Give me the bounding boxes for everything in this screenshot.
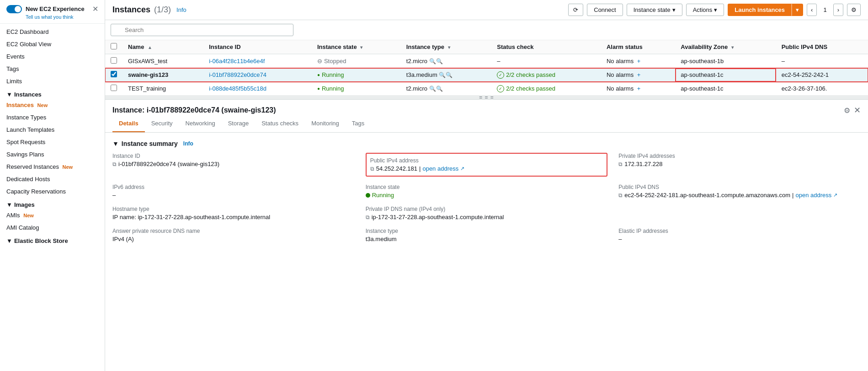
public-ipv4-dns-column-header[interactable]: Public IPv4 DNS xyxy=(776,40,868,54)
row-instance-id-cell-3: i-088de485f5b55c18d xyxy=(203,82,312,96)
instance-state-button[interactable]: Instance state ▾ xyxy=(627,4,682,16)
alarm-status-column-header[interactable]: Alarm status xyxy=(601,40,675,54)
pagination-prev-button[interactable]: ‹ xyxy=(807,4,817,16)
row-instance-id-cell-selected: i-01bf788922e0dce74 xyxy=(203,68,312,82)
running-status: Running xyxy=(317,71,395,78)
launch-instances-split-button[interactable]: ▾ xyxy=(792,4,803,16)
row-dns-cell-selected: ec2-54-252-242-1 xyxy=(776,68,868,82)
zoom-icon-3: 🔍🔍 xyxy=(429,86,443,92)
section-arrow-icon: ▼ xyxy=(6,91,12,98)
instance-id-value: ⧉ i-01bf788922e0dce74 (swaine-gis123) xyxy=(112,161,355,167)
sidebar-item-ec2-global-view[interactable]: EC2 Global View xyxy=(0,38,105,50)
open-address-link[interactable]: open address xyxy=(422,165,458,172)
sidebar-item-tags[interactable]: Tags xyxy=(0,63,105,75)
launch-instances-button[interactable]: Launch instances xyxy=(728,4,792,16)
detail-header: Instance: i-01bf788922e0dce74 (swaine-gi… xyxy=(105,100,868,115)
table-row[interactable]: GISxAWS_test i-06a4f28c11b4e6e4f Stopped… xyxy=(105,54,868,68)
add-alarm-icon-2[interactable]: + xyxy=(637,71,641,78)
settings-button[interactable]: ⚙ xyxy=(847,4,861,16)
sidebar-item-ec2-dashboard[interactable]: EC2 Dashboard xyxy=(0,26,105,38)
sidebar-close-button[interactable]: ✕ xyxy=(92,5,98,13)
sidebar-item-spot-requests[interactable]: Spot Requests xyxy=(0,136,105,148)
sidebar-subtitle[interactable]: Tell us what you think xyxy=(26,14,98,20)
name-column-header[interactable]: Name ▲ xyxy=(122,40,203,54)
copy-instance-id-icon[interactable]: ⧉ xyxy=(112,161,117,167)
section-info-link[interactable]: Info xyxy=(183,140,193,147)
instance-id-text: i-01bf788922e0dce74 (swaine-gis123) xyxy=(118,161,219,167)
copy-private-dns-icon[interactable]: ⧉ xyxy=(366,214,370,220)
sidebar-item-limits[interactable]: Limits xyxy=(0,75,105,87)
copy-dns-icon[interactable]: ⧉ xyxy=(618,192,623,199)
connect-button[interactable]: Connect xyxy=(587,4,623,16)
add-alarm-icon[interactable]: + xyxy=(637,58,641,65)
detail-close-button[interactable]: ✕ xyxy=(854,105,861,115)
selected-instance-id-link[interactable]: i-01bf788922e0dce74 xyxy=(209,71,266,78)
instance-id-link[interactable]: i-06a4f28c11b4e6e4f xyxy=(209,58,265,65)
row-checkbox-3[interactable] xyxy=(111,85,117,91)
launch-button-group: Launch instances ▾ xyxy=(728,4,803,16)
dns-open-address-link[interactable]: open address xyxy=(795,192,831,199)
copy-private-ip-icon[interactable]: ⧉ xyxy=(618,161,623,167)
tab-networking[interactable]: Networking xyxy=(179,115,222,132)
name-sort-icon: ▲ xyxy=(148,45,152,50)
tab-storage[interactable]: Storage xyxy=(222,115,256,132)
az-column-header[interactable]: Availability Zone ▾ xyxy=(675,40,776,54)
tab-monitoring[interactable]: Monitoring xyxy=(305,115,346,132)
tab-tags[interactable]: Tags xyxy=(346,115,371,132)
page-title: Instances xyxy=(112,5,150,15)
table-row[interactable]: swaine-gis123 i-01bf788922e0dce74 Runnin… xyxy=(105,68,868,82)
row-az-cell-selected: ap-southeast-1c xyxy=(675,68,776,82)
copy-ipv4-icon[interactable]: ⧉ xyxy=(370,166,374,172)
sidebar-item-launch-templates[interactable]: Launch Templates xyxy=(0,124,105,136)
select-all-checkbox[interactable] xyxy=(111,43,117,49)
private-dns-text: ip-172-31-27-228.ap-southeast-1.compute.… xyxy=(372,214,504,220)
sidebar-item-instances[interactable]: Instances New xyxy=(0,99,105,111)
check-passed-3: 2/2 checks passed xyxy=(497,85,596,92)
row-checkbox-selected[interactable] xyxy=(111,71,117,77)
status-check-column-header[interactable]: Status check xyxy=(491,40,601,54)
table-row[interactable]: TEST_training i-088de485f5b55c18d Runnin… xyxy=(105,82,868,96)
pagination-next-button[interactable]: › xyxy=(833,4,843,16)
sidebar-item-ami-catalog[interactable]: AMI Catalog xyxy=(0,221,105,234)
tab-security[interactable]: Security xyxy=(145,115,179,132)
sidebar-item-dedicated-hosts[interactable]: Dedicated Hosts xyxy=(0,173,105,185)
instance-type-column-header[interactable]: Instance type ▾ xyxy=(401,40,491,54)
tab-details[interactable]: Details xyxy=(112,115,145,132)
section-instances-label: Instances xyxy=(14,91,42,98)
instance-id-column-header[interactable]: Instance ID xyxy=(203,40,312,54)
row-type-cell-3: t2.micro 🔍🔍 xyxy=(401,82,491,96)
instance-id-label: Instance ID xyxy=(112,153,355,159)
empty-field-1 xyxy=(618,206,861,220)
info-link[interactable]: Info xyxy=(176,6,186,13)
hostname-type-value: IP name: ip-172-31-27-228.ap-southeast-1… xyxy=(112,214,355,220)
hostname-type-field: Hostname type IP name: ip-172-31-27-228.… xyxy=(112,206,355,220)
sidebar-item-instance-types[interactable]: Instance Types xyxy=(0,111,105,124)
tab-status-checks[interactable]: Status checks xyxy=(255,115,305,132)
sidebar-item-amis[interactable]: AMIs New xyxy=(0,209,105,221)
private-ipv4-field: Private IPv4 addresses ⧉ 172.31.27.228 xyxy=(618,153,861,177)
launch-split-chevron-icon: ▾ xyxy=(796,6,799,13)
search-input[interactable] xyxy=(111,24,293,36)
row-checkbox[interactable] xyxy=(111,57,117,64)
section-images-label: Images xyxy=(14,201,35,208)
detail-settings-button[interactable]: ⚙ xyxy=(844,106,850,115)
add-alarm-icon-3[interactable]: + xyxy=(637,85,641,92)
instance-id-link-3[interactable]: i-088de485f5b55c18d xyxy=(209,85,266,92)
resize-handle[interactable]: = = = xyxy=(105,96,868,99)
instance-state-field: Instance state Running xyxy=(366,184,608,199)
row-status-check-cell: – xyxy=(491,54,601,68)
actions-button[interactable]: Actions ▾ xyxy=(686,4,724,16)
public-ipv4-address: 54.252.242.181 xyxy=(376,165,417,172)
sidebar-item-capacity-reservations[interactable]: Capacity Reservations xyxy=(0,185,105,198)
refresh-button[interactable]: ⟳ xyxy=(568,4,583,16)
pagination-current: 1 xyxy=(820,6,829,13)
new-experience-toggle[interactable] xyxy=(6,5,22,13)
sidebar-section-instances[interactable]: ▼ Instances xyxy=(0,87,105,99)
public-ipv4-dns-value: ⧉ ec2-54-252-242-181.ap-southeast-1.comp… xyxy=(618,192,861,199)
sidebar-section-images[interactable]: ▼ Images xyxy=(0,198,105,209)
sidebar-item-savings-plans[interactable]: Savings Plans xyxy=(0,148,105,161)
instance-state-column-header[interactable]: Instance state ▾ xyxy=(312,40,401,54)
sidebar-section-ebs[interactable]: ▼ Elastic Block Store xyxy=(0,234,105,245)
sidebar-item-events[interactable]: Events xyxy=(0,50,105,63)
sidebar-item-reserved-instances[interactable]: Reserved Instances New xyxy=(0,161,105,173)
